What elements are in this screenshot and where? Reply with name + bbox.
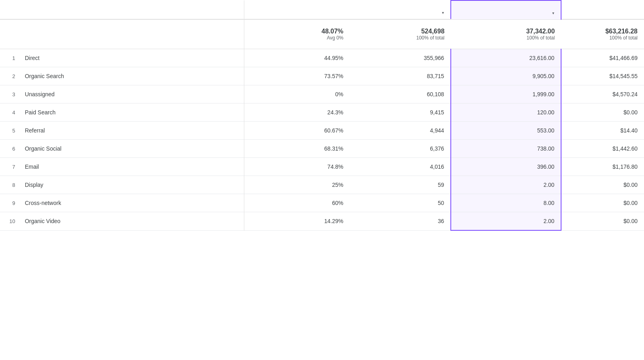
row-engagement: 44.95% [244, 49, 350, 67]
row-engagement: 60% [244, 194, 350, 212]
row-name: Display [19, 176, 244, 194]
row-event-count: 83,715 [350, 67, 451, 85]
row-event-count: 36 [350, 212, 451, 231]
row-key-events: 120.00 [451, 103, 561, 122]
row-revenue: $0.00 [561, 194, 644, 212]
dimension-header[interactable] [19, 0, 244, 19]
row-key-events: 553.00 [451, 122, 561, 140]
total-revenue-header [561, 0, 644, 19]
row-key-events: 9,905.00 [451, 67, 561, 85]
table-row[interactable]: 8 Display 25% 59 2.00 $0.00 [0, 176, 644, 194]
row-name: Organic Search [19, 67, 244, 85]
row-key-events: 1,999.00 [451, 85, 561, 103]
row-index: 1 [0, 49, 19, 67]
key-events-sublabel[interactable]: ▾ [458, 11, 554, 15]
row-key-events: 396.00 [451, 158, 561, 176]
row-event-count: 50 [350, 194, 451, 212]
row-engagement: 24.3% [244, 103, 350, 122]
row-engagement: 60.67% [244, 122, 350, 140]
row-key-events: 738.00 [451, 140, 561, 158]
row-key-events: 23,616.00 [451, 49, 561, 67]
row-event-count: 60,108 [350, 85, 451, 103]
row-name: Organic Video [19, 212, 244, 231]
row-engagement: 74.8% [244, 158, 350, 176]
row-name: Paid Search [19, 103, 244, 122]
summary-name [19, 19, 244, 49]
row-key-events: 2.00 [451, 176, 561, 194]
table-row[interactable]: 1 Direct 44.95% 355,966 23,616.00 $41,46… [0, 49, 644, 67]
row-key-events: 8.00 [451, 194, 561, 212]
table-header: ▾ ▾ [0, 0, 644, 19]
row-engagement: 73.57% [244, 67, 350, 85]
table-row[interactable]: 10 Organic Video 14.29% 36 2.00 $0.00 [0, 212, 644, 231]
index-header [0, 0, 19, 19]
summary-row: 48.07% Avg 0% 524,698 100% of total 37,3… [0, 19, 644, 49]
row-engagement: 14.29% [244, 212, 350, 231]
row-revenue: $0.00 [561, 103, 644, 122]
engagement-rate-header [244, 0, 350, 19]
table-row[interactable]: 3 Unassigned 0% 60,108 1,999.00 $4,570.2… [0, 85, 644, 103]
row-revenue: $0.00 [561, 176, 644, 194]
row-index: 7 [0, 158, 19, 176]
row-index: 3 [0, 85, 19, 103]
row-name: Cross-network [19, 194, 244, 212]
event-count-sublabel[interactable]: ▾ [356, 10, 444, 15]
summary-index [0, 19, 19, 49]
row-event-count: 4,016 [350, 158, 451, 176]
summary-event-count: 524,698 100% of total [350, 19, 451, 49]
row-engagement: 68.31% [244, 140, 350, 158]
event-count-header: ▾ [350, 0, 451, 19]
row-index: 8 [0, 176, 19, 194]
table-row[interactable]: 9 Cross-network 60% 50 8.00 $0.00 [0, 194, 644, 212]
row-revenue: $14,545.55 [561, 67, 644, 85]
summary-key-events: 37,342.00 100% of total [451, 19, 561, 49]
row-revenue: $41,466.69 [561, 49, 644, 67]
row-engagement: 25% [244, 176, 350, 194]
key-events-dropdown-icon[interactable]: ▾ [552, 11, 554, 15]
row-index: 10 [0, 212, 19, 231]
key-events-header: ▾ [451, 0, 561, 19]
table-row[interactable]: 5 Referral 60.67% 4,944 553.00 $14.40 [0, 122, 644, 140]
row-index: 4 [0, 103, 19, 122]
row-event-count: 4,944 [350, 122, 451, 140]
row-index: 5 [0, 122, 19, 140]
row-name: Referral [19, 122, 244, 140]
row-engagement: 0% [244, 85, 350, 103]
row-name: Email [19, 158, 244, 176]
row-revenue: $1,176.80 [561, 158, 644, 176]
row-name: Direct [19, 49, 244, 67]
row-revenue: $4,570.24 [561, 85, 644, 103]
row-event-count: 6,376 [350, 140, 451, 158]
table-row[interactable]: 6 Organic Social 68.31% 6,376 738.00 $1,… [0, 140, 644, 158]
summary-engagement: 48.07% Avg 0% [244, 19, 350, 49]
row-index: 9 [0, 194, 19, 212]
add-column-button[interactable] [31, 6, 40, 15]
row-index: 2 [0, 67, 19, 85]
event-count-dropdown-icon[interactable]: ▾ [442, 10, 444, 15]
row-event-count: 59 [350, 176, 451, 194]
summary-revenue: $63,216.28 100% of total [561, 19, 644, 49]
row-name: Unassigned [19, 85, 244, 103]
table-row[interactable]: 7 Email 74.8% 4,016 396.00 $1,176.80 [0, 158, 644, 176]
table-row[interactable]: 2 Organic Search 73.57% 83,715 9,905.00 … [0, 67, 644, 85]
table-row[interactable]: 4 Paid Search 24.3% 9,415 120.00 $0.00 [0, 103, 644, 122]
row-event-count: 9,415 [350, 103, 451, 122]
row-event-count: 355,966 [350, 49, 451, 67]
row-name: Organic Social [19, 140, 244, 158]
row-revenue: $14.40 [561, 122, 644, 140]
row-index: 6 [0, 140, 19, 158]
row-key-events: 2.00 [451, 212, 561, 231]
row-revenue: $1,442.60 [561, 140, 644, 158]
analytics-table: ▾ ▾ 4 [0, 0, 644, 231]
row-revenue: $0.00 [561, 212, 644, 231]
